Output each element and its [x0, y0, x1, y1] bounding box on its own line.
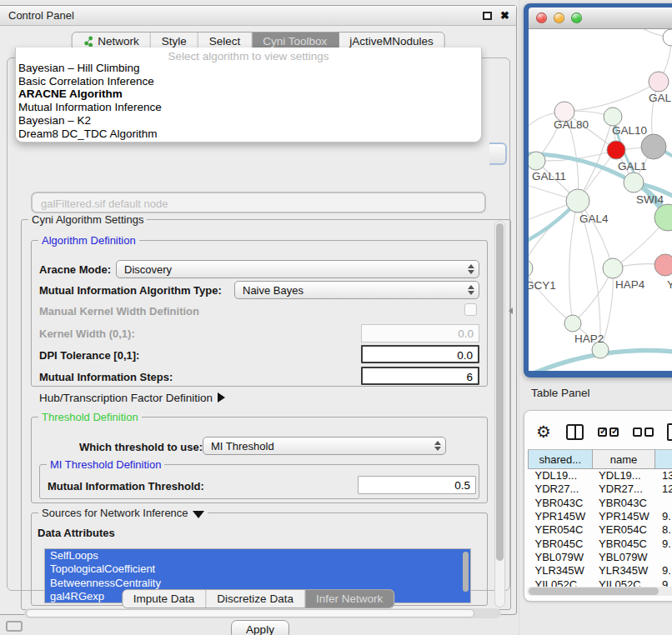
- data-attribute-item[interactable]: TopologicalCoefficient: [45, 562, 470, 576]
- apply-button[interactable]: Apply: [231, 620, 289, 635]
- algorithm-dropdown-prompt: Select algorithm to view settings: [16, 48, 481, 61]
- mi-threshold-label: Mutual Information Threshold:: [48, 480, 204, 492]
- algorithm-dropdown-items: Bayesian – Hill ClimbingBasic Correlatio…: [16, 61, 481, 140]
- tab-impute-data[interactable]: Impute Data: [123, 590, 207, 608]
- network-node[interactable]: [663, 29, 672, 46]
- network-node[interactable]: [654, 204, 672, 231]
- column-header[interactable]: shared...: [529, 450, 593, 469]
- zoom-window-icon[interactable]: [571, 12, 582, 23]
- table-row[interactable]: YDR27...YDR27...12: [529, 482, 672, 496]
- hub-definition-expander[interactable]: Hub/Transcription Factor Definition: [39, 392, 225, 404]
- close-window-icon[interactable]: [536, 12, 547, 23]
- table-row[interactable]: YBL079WYBL079W: [529, 550, 672, 563]
- sources-group-title[interactable]: Sources for Network Inference: [38, 507, 208, 519]
- algorithm-option[interactable]: ARACNE Algorithm: [18, 88, 481, 101]
- table-cell: YBR043C: [529, 496, 593, 509]
- control-panel-titlebar: Control Panel ✖: [0, 6, 516, 26]
- tab-label: Infer Network: [316, 592, 383, 605]
- algorithm-option[interactable]: Basic Correlation Inference: [18, 75, 481, 88]
- dpi-tolerance-field[interactable]: 0.0: [361, 345, 479, 363]
- network-node-y[interactable]: [654, 254, 672, 276]
- node-label: GAL: [649, 92, 672, 104]
- network-graph: GALGAL80GAL10GAL1GAL11SWI4GAL4GCY1HAP4YH…: [529, 29, 672, 371]
- table-cell: YBR045C: [592, 537, 655, 550]
- settings-horizontal-scrollbar[interactable]: [24, 608, 501, 618]
- network-node-gal4[interactable]: [566, 189, 589, 212]
- data-attribute-item[interactable]: SelfLoops: [45, 549, 470, 562]
- select-all-icon[interactable]: [598, 428, 619, 437]
- column-header[interactable]: name: [592, 450, 655, 469]
- network-window-titlebar: [529, 8, 672, 29]
- settings-vertical-scrollbar[interactable]: [494, 221, 505, 608]
- table-cell: YPR145W: [529, 509, 593, 522]
- which-threshold-combo[interactable]: MI Threshold: [203, 437, 446, 455]
- aracne-mode-value: Discovery: [117, 263, 465, 276]
- algorithm-option[interactable]: Bayesian – K2: [18, 114, 481, 128]
- tab-label: Cyni Toolbox: [263, 35, 327, 48]
- data-attributes-label: Data Attributes: [38, 527, 115, 539]
- float-window-icon[interactable]: [483, 12, 492, 20]
- hub-definition-label: Hub/Transcription Factor Definition: [39, 392, 213, 404]
- data-attribute-item[interactable]: BetweennessCentrality: [45, 577, 470, 590]
- list-scrollbar[interactable]: [463, 552, 469, 592]
- network-node-swi4[interactable]: [624, 172, 644, 192]
- dpi-tolerance-label: DPI Tolerance [0,1]:: [39, 349, 139, 362]
- table-cell: YLR345W: [529, 564, 593, 578]
- expander-right-icon: [218, 392, 225, 402]
- network-icon: [83, 36, 93, 47]
- node-label: GAL10: [612, 124, 647, 137]
- network-node-gal1[interactable]: [607, 141, 625, 159]
- inference-algorithm-combo-fragment[interactable]: [489, 142, 507, 165]
- network-canvas[interactable]: GALGAL80GAL10GAL1GAL11SWI4GAL4GCY1HAP4YH…: [529, 29, 672, 371]
- deselect-all-icon[interactable]: [633, 428, 654, 437]
- table-cell: YDL19...: [592, 469, 655, 482]
- column-layout-icon[interactable]: [566, 424, 584, 440]
- aracne-mode-label: Aracne Mode:: [39, 263, 111, 276]
- algorithm-option[interactable]: Dream8 DC_TDC Algorithm: [18, 128, 481, 141]
- table-row[interactable]: YBR045CYBR045C9.: [529, 537, 672, 550]
- node-label: GAL4: [579, 212, 609, 225]
- algorithm-option[interactable]: Mutual Information Inference: [18, 101, 481, 114]
- algorithm-option[interactable]: Bayesian – Hill Climbing: [18, 62, 481, 75]
- manual-kernel-checkbox[interactable]: [464, 303, 477, 316]
- network-node-gal[interactable]: [649, 72, 669, 92]
- aracne-mode-combo[interactable]: Discovery: [116, 260, 479, 278]
- network-node-hap2[interactable]: [564, 315, 581, 332]
- combo-spinner-icon: [465, 264, 479, 274]
- gear-icon[interactable]: ⚙: [536, 423, 551, 440]
- table-cell: YER054C: [592, 523, 655, 537]
- table-data-combo[interactable]: galFiltered.sif default node: [31, 192, 486, 213]
- table-panel-title: Table Panel: [531, 387, 590, 399]
- mi-steps-field[interactable]: 6: [361, 367, 479, 385]
- tab-label: Style: [162, 35, 187, 48]
- mi-type-combo[interactable]: Naive Bayes: [234, 281, 479, 299]
- table-row[interactable]: YER054CYER054C8.: [529, 523, 672, 537]
- node-table[interactable]: shared...name YDL19...YDL19...13YDR27...…: [528, 449, 672, 591]
- kernel-width-field[interactable]: 0.0: [361, 324, 479, 342]
- column-header[interactable]: [655, 450, 672, 469]
- tab-infer-network[interactable]: Infer Network: [305, 590, 394, 608]
- mi-threshold-field[interactable]: 0.5: [358, 476, 476, 494]
- threshold-definition-title: Threshold Definition: [38, 411, 142, 423]
- minimize-window-icon[interactable]: [554, 12, 564, 23]
- close-panel-icon[interactable]: ✖: [500, 10, 509, 21]
- application-root: Control Panel ✖ NetworkStyleSelectCyni T…: [0, 0, 672, 635]
- splitter-collapse-icon[interactable]: [509, 308, 513, 314]
- tab-discretize-data[interactable]: Discretize Data: [206, 590, 305, 608]
- node-label: HAP2: [574, 332, 604, 345]
- table-horizontal-scrollbar[interactable]: [527, 587, 672, 596]
- mi-threshold-group-title: MI Threshold Definition: [47, 458, 164, 471]
- table-row[interactable]: YPR145WYPR145W9.: [529, 509, 672, 522]
- table-row[interactable]: YLR345WYLR345W9.: [529, 564, 672, 578]
- network-node-hap4[interactable]: [603, 258, 623, 278]
- network-node-gcy1[interactable]: [529, 259, 533, 278]
- table-row[interactable]: YBR043CYBR043C: [529, 496, 672, 509]
- node-label: Y: [667, 278, 672, 291]
- network-node-gal11[interactable]: [529, 152, 545, 170]
- network-node-gal10[interactable]: [604, 108, 622, 126]
- network-node[interactable]: [641, 134, 666, 159]
- table-row[interactable]: YDL19...YDL19...13: [529, 469, 672, 482]
- node-label: GAL1: [618, 160, 647, 172]
- collapsed-panel-icon[interactable]: [6, 621, 23, 632]
- new-table-icon[interactable]: [667, 423, 672, 441]
